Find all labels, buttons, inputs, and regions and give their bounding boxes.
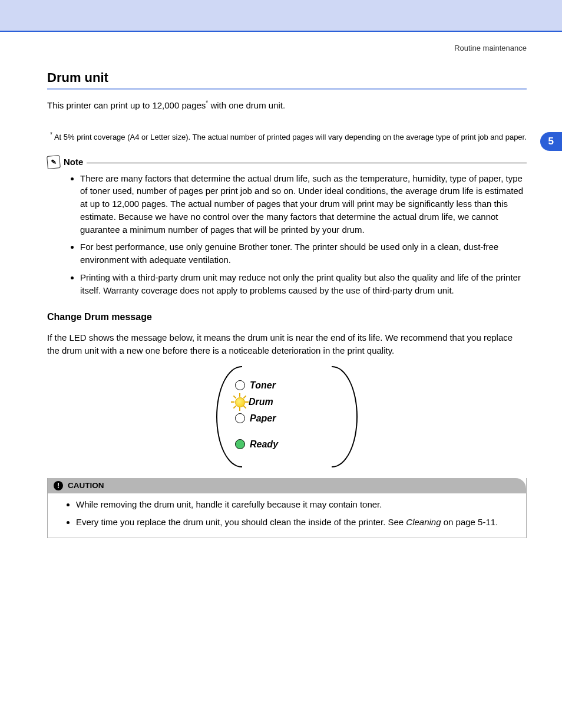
led-row-toner: Toner — [235, 380, 347, 391]
note-rule — [87, 163, 527, 163]
caution-item: While removing the drum unit, handle it … — [76, 498, 526, 511]
page-content: Routine maintenance 5 Drum unit This pri… — [47, 44, 527, 633]
led-row-drum: Drum — [235, 397, 347, 407]
header-rule — [0, 31, 562, 32]
caution-item-suffix: on page 5-11. — [441, 517, 498, 527]
cleaning-link[interactable]: Cleaning — [406, 517, 441, 527]
caution-icon: ! — [54, 481, 63, 490]
note-item: There are many factors that determine th… — [80, 172, 527, 236]
note-icon: ✎ — [47, 155, 61, 169]
note-header: ✎ Note — [47, 156, 527, 169]
caution-item: Every time you replace the drum unit, yo… — [76, 516, 526, 529]
note-item: Printing with a third-party drum unit ma… — [80, 271, 527, 297]
led-label-ready: Ready — [250, 439, 278, 450]
led-paper-off-icon — [235, 413, 245, 423]
intro-paragraph: This printer can print up to 12,000 page… — [47, 99, 527, 112]
note-block: ✎ Note There are many factors that deter… — [47, 156, 527, 297]
footnote-asterisk: * — [50, 131, 54, 138]
footnote: *At 5% print coverage (A4 or Letter size… — [47, 131, 527, 143]
intro-text-after: with one drum unit. — [208, 100, 285, 110]
caution-header: ! CAUTION — [48, 478, 526, 493]
subsection-text: If the LED shows the message below, it m… — [47, 331, 527, 357]
footnote-text: At 5% print coverage (A4 or Letter size)… — [54, 133, 527, 141]
led-toner-off-icon — [235, 380, 245, 390]
led-label-paper: Paper — [250, 413, 276, 424]
caution-block: ! CAUTION While removing the drum unit, … — [47, 478, 527, 539]
section-title: Drum unit — [47, 70, 527, 85]
title-underline — [47, 88, 527, 90]
running-header: Routine maintenance — [47, 44, 527, 52]
led-label-toner: Toner — [250, 380, 276, 391]
led-row-paper: Paper — [235, 413, 347, 424]
led-panel-diagram: Toner Drum Paper Ready — [220, 366, 354, 467]
subsection-title: Change Drum message — [47, 312, 527, 322]
led-ready-on-icon — [235, 439, 245, 449]
led-label-drum: Drum — [249, 397, 273, 407]
led-row-ready: Ready — [235, 439, 347, 450]
caution-label: CAUTION — [68, 481, 104, 490]
chapter-tab: 5 — [540, 132, 562, 151]
note-label: Note — [64, 157, 83, 167]
caution-item-text: Every time you replace the drum unit, yo… — [76, 517, 406, 527]
caution-list: While removing the drum unit, handle it … — [48, 498, 526, 529]
pdf-top-bar — [0, 0, 562, 31]
note-list: There are many factors that determine th… — [47, 172, 527, 297]
led-drum-blinking-icon — [235, 397, 244, 406]
intro-text-before: This printer can print up to 12,000 page… — [47, 100, 206, 110]
note-item: For best performance, use only genuine B… — [80, 241, 527, 266]
